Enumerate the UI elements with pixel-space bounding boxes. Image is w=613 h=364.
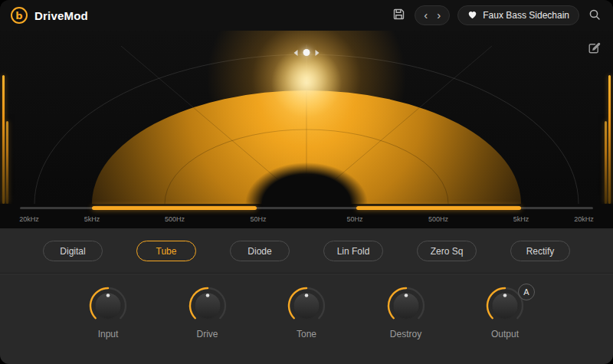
destroy-knob[interactable]: Destroy [385, 286, 427, 339]
header-bar: b DriveMod ‹ › [0, 0, 613, 31]
freq-label: 20kHz [19, 215, 39, 223]
prev-preset-button[interactable]: ‹ [419, 9, 432, 22]
preset-name: Faux Bass Sidechain [483, 10, 569, 21]
knob-label: Destroy [390, 329, 421, 339]
knob-label: Tone [297, 329, 316, 339]
drive-fan-display [0, 31, 613, 204]
spectrum-visualizer [0, 31, 613, 204]
left-level-meter [6, 121, 8, 204]
frequency-ruler: 20kHz 5kHz 500Hz 50Hz 50Hz 500Hz 5kHz 20… [0, 204, 613, 228]
knob-indicator-dot [503, 293, 507, 297]
mode-button-tube[interactable]: Tube [136, 241, 196, 261]
next-preset-button[interactable]: › [432, 9, 445, 22]
mode-button-lin-fold[interactable]: Lin Fold [323, 241, 383, 261]
search-presets-button[interactable] [587, 7, 602, 25]
band-range-left[interactable] [92, 206, 257, 210]
control-panel: Digital Tube Diode Lin Fold Zero Sq Rect… [0, 228, 613, 364]
triangle-right-icon [316, 50, 320, 56]
mode-button-digital[interactable]: Digital [43, 241, 103, 261]
ab-compare-button[interactable]: A [518, 284, 535, 300]
right-level-meter [608, 75, 611, 204]
freq-label: 50Hz [346, 215, 362, 223]
compose-edit-icon [587, 41, 601, 57]
edit-preset-button[interactable] [585, 40, 602, 59]
mode-button-zero-sq[interactable]: Zero Sq [417, 241, 477, 261]
floppy-save-icon [392, 8, 405, 23]
knob-indicator-dot [305, 293, 309, 297]
freq-label: 50Hz [250, 215, 266, 223]
search-icon [588, 8, 601, 23]
knob-indicator-dot [404, 293, 408, 297]
knob-label: Drive [196, 329, 218, 339]
knob-dial [386, 286, 426, 326]
brand: b DriveMod [11, 7, 88, 24]
band-range-right[interactable] [356, 206, 521, 210]
drivemod-logo-icon: b [11, 7, 28, 24]
knob-indicator-dot [205, 293, 209, 297]
app-title: DriveMod [34, 9, 88, 22]
tone-knob[interactable]: Tone [286, 286, 327, 339]
knob-indicator-dot [107, 293, 110, 297]
mode-button-rectify[interactable]: Rectify [510, 241, 570, 261]
morph-handle[interactable] [294, 49, 320, 56]
triangle-left-icon [294, 50, 298, 56]
freq-label: 20kHz [574, 215, 594, 223]
heart-favorite-icon[interactable] [467, 8, 477, 22]
knob-dial [188, 286, 228, 326]
knob-dial [287, 286, 326, 326]
knob-row: Input Drive [0, 274, 613, 339]
mode-button-diode[interactable]: Diode [230, 241, 290, 261]
right-level-meter [605, 121, 607, 204]
input-knob[interactable]: Input [87, 286, 129, 339]
freq-label: 500Hz [165, 215, 185, 223]
save-preset-button[interactable] [391, 6, 407, 25]
knob-label: Input [98, 329, 119, 339]
freq-label: 5kHz [513, 215, 529, 223]
waveshape-mode-selector: Digital Tube Diode Lin Fold Zero Sq Rect… [0, 228, 613, 261]
preset-nav: ‹ › [415, 5, 450, 25]
left-level-meter [2, 75, 5, 204]
freq-label: 5kHz [84, 215, 100, 223]
header-controls: ‹ › Faux Bass Sidechain [391, 5, 602, 25]
plugin-window: b DriveMod ‹ › [0, 0, 613, 364]
morph-dot [303, 49, 310, 56]
freq-label: 500Hz [428, 215, 448, 223]
knob-label: Output [491, 329, 519, 339]
preset-selector[interactable]: Faux Bass Sidechain [457, 5, 579, 25]
drive-knob[interactable]: Drive [187, 286, 228, 339]
knob-dial [88, 286, 128, 326]
